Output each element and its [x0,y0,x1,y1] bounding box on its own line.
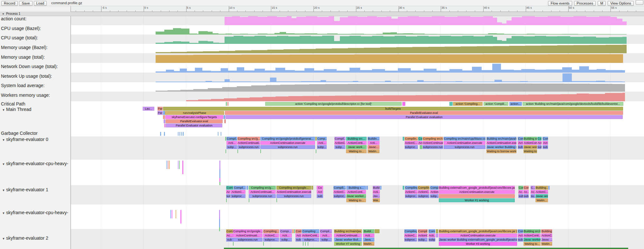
trace-event[interactable]: Worker #3 working [439,242,517,246]
process-header[interactable]: ▼Process 1 [0,12,644,16]
trace-event[interactable]: action 'Compili... [484,102,508,106]
trace-event[interactable]: sub [537,145,542,149]
trace-event[interactable]: Compiling ... [302,229,319,233]
trace-event[interactable]: Waiting to... [346,198,366,202]
trace-event[interactable]: ActionC... [535,190,548,194]
expand-arrow-skyframe-evaluator-cpu-heavy[interactable]: ▼ [1,163,6,166]
trace-event[interactable]: Javac ... [541,238,552,242]
trace-event[interactable]: sub [518,194,523,198]
view-options-button[interactable]: View Options [608,1,634,6]
trace-event[interactable]: Compil... [430,186,438,190]
trace-event-sliver[interactable] [176,210,176,218]
trace-event[interactable]: Waitin... [363,242,374,246]
trace-event-sliver[interactable] [221,132,221,136]
trace-event-sliver[interactable] [219,170,220,178]
trace-event[interactable]: Acti... [226,141,237,145]
trace-event[interactable]: subprocess.run [423,145,443,149]
trace-event[interactable]: ParallelEvaluator.eval [225,111,623,115]
trace-event[interactable]: Worker #1 working [439,198,515,202]
trace-event[interactable]: su... [531,194,535,198]
trace-event[interactable]: Par [158,107,163,111]
trace-event[interactable]: Compi... [280,229,292,233]
trace-event[interactable]: Ac... [226,190,230,194]
trace-event[interactable]: subp... [334,145,345,149]
trace-event[interactable]: ActionC... [418,190,429,194]
trace-event[interactable]: subprocess.run [276,194,311,198]
trace-event[interactable]: Worker #7 working [334,242,362,246]
trace-event[interactable]: Javac wor... [524,145,537,149]
trace-event[interactable]: Compiling src/google... [233,229,263,233]
trace-event[interactable]: ActionC... [430,190,438,194]
trace-event-sliver[interactable] [226,102,227,106]
memory-usage-bazel-chart[interactable] [71,44,644,53]
trace-event[interactable]: ActionContinuation.execute [444,141,485,145]
trace-event[interactable]: Acti... [363,234,374,237]
trace-event[interactable]: ActionContinuation.execute [439,234,517,237]
trace-event-sliver[interactable] [218,132,218,136]
trace-event[interactable]: action 'Building src/main/java/com/googl… [523,102,623,106]
trace-event-sliver[interactable] [439,194,515,198]
trace-event[interactable]: ActionC... [541,234,552,237]
action-count-chart[interactable] [71,16,644,25]
trace-event-sliver[interactable] [179,132,180,136]
system-load-chart[interactable] [71,82,644,92]
trace-event[interactable]: Com [226,186,233,190]
trace-event-sliver[interactable] [292,229,294,233]
trace-event[interactable]: ActionConti... [302,234,319,237]
trace-event[interactable]: Building external/com_google_protobuf/ja… [439,186,515,190]
trace-event-sliver[interactable] [167,161,167,169]
trace-event[interactable]: Com [295,229,302,233]
trace-event[interactable]: Building src/main/jav... [334,229,362,233]
trace-event[interactable]: Compilin... [418,186,429,190]
trace-event-sliver[interactable] [180,210,181,224]
trace-event[interactable]: Building... [535,186,548,190]
trace-event[interactable]: Waiting to... [524,149,537,153]
trace-event[interactable]: Com [518,229,523,233]
trace-event[interactable]: subproc... [263,238,279,242]
trace-event[interactable]: Compiling... [263,229,279,233]
trace-event-sliver[interactable] [164,119,165,123]
trace-event[interactable]: Waitin... [535,198,548,202]
trace-event[interactable]: subprocess.run [444,145,485,149]
trace-event-sliver[interactable] [219,178,220,182]
trace-event[interactable]: ActionConti... [524,141,537,145]
timeline-ruler[interactable]: -5 s0 s5 s10 s15 s20 s25 s30 s35 s40 s45… [71,6,644,12]
trace-event[interactable]: Act [317,190,323,194]
trace-event[interactable]: subprocess.run [233,238,263,242]
trace-event[interactable]: ActionContinuati... [423,141,443,145]
trace-event-sliver[interactable] [420,145,422,149]
trace-event[interactable]: Building s... [346,186,366,190]
trace-event[interactable]: sub [317,194,323,198]
trace-event[interactable]: Act [518,141,523,145]
save-button[interactable]: Save [19,1,32,6]
trace-event[interactable]: subproc... [418,194,429,198]
trace-event[interactable]: ActionC... [405,141,418,145]
trace-event[interactable]: Parallel Evaluator evaluation [226,115,623,119]
workers-memory-chart[interactable] [71,92,644,101]
trace-event[interactable]: Building src... [346,137,367,141]
trace-event[interactable]: Com... [428,229,435,233]
trace-event-sliver[interactable] [436,229,438,233]
trace-event-sliver[interactable] [380,186,381,190]
trace-event[interactable]: Co [537,137,542,141]
trace-event[interactable]: sub [226,194,230,198]
trace-event[interactable]: Buildi... [363,229,374,233]
trace-event[interactable]: Jav... [373,194,380,198]
trace-event[interactable]: C... [531,186,535,190]
trace-event-sliver[interactable] [170,210,171,218]
trace-event[interactable]: subp... [428,238,435,242]
trace-event[interactable]: subproc... [230,194,245,198]
trace-event[interactable]: Compiling src/google... [276,186,311,190]
trace-event[interactable]: Compil... [334,137,345,141]
trace-event[interactable]: Compil... [418,229,428,233]
trace-event[interactable]: Act [418,141,422,145]
trace-event-sliver[interactable] [305,242,306,246]
m-button[interactable]: M [598,1,606,6]
trace-event-sliver[interactable] [227,102,228,106]
network-up-chart[interactable] [71,73,644,82]
trace-event-sliver[interactable] [303,242,303,246]
trace-event-sliver[interactable] [224,115,225,119]
trace-event[interactable]: Comp... [317,137,327,141]
memory-usage-total-chart[interactable] [71,53,644,63]
trace-event[interactable]: Javac wo... [535,194,548,198]
